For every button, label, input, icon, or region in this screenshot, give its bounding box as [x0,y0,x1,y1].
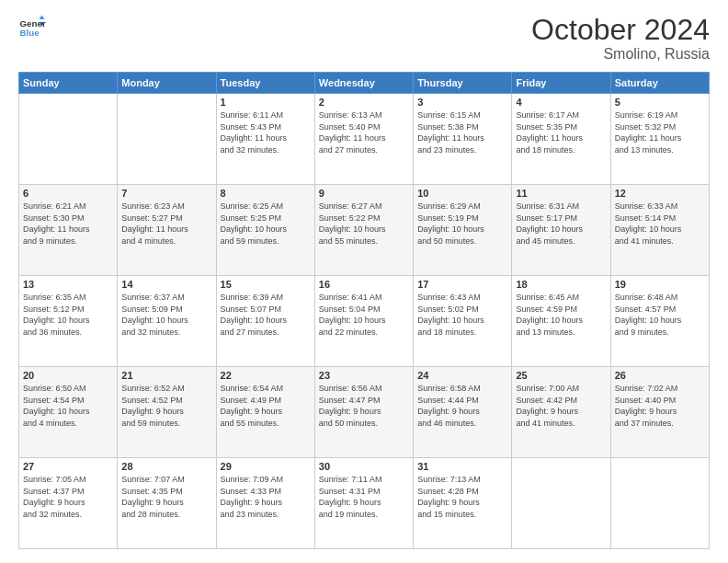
cell-w2-d4: 9Sunrise: 6:27 AM Sunset: 5:22 PM Daylig… [314,185,413,276]
logo-icon: General Blue [18,14,46,41]
cell-w1-d7: 5Sunrise: 6:19 AM Sunset: 5:32 PM Daylig… [610,94,709,185]
cell-w2-d7: 12Sunrise: 6:33 AM Sunset: 5:14 PM Dayli… [610,185,709,276]
cell-w4-d4: 23Sunrise: 6:56 AM Sunset: 4:47 PM Dayli… [314,367,413,458]
week-row-4: 20Sunrise: 6:50 AM Sunset: 4:54 PM Dayli… [19,367,710,458]
cell-info-8: Sunrise: 6:25 AM Sunset: 5:25 PM Dayligh… [221,201,311,247]
cell-w5-d2: 28Sunrise: 7:07 AM Sunset: 4:35 PM Dayli… [118,458,216,549]
week-row-1: 1Sunrise: 6:11 AM Sunset: 5:43 PM Daylig… [19,94,710,185]
cell-info-25: Sunrise: 7:00 AM Sunset: 4:42 PM Dayligh… [516,383,606,429]
cell-w5-d3: 29Sunrise: 7:09 AM Sunset: 4:33 PM Dayli… [216,458,314,549]
cell-w2-d3: 8Sunrise: 6:25 AM Sunset: 5:25 PM Daylig… [216,185,314,276]
cell-info-27: Sunrise: 7:05 AM Sunset: 4:37 PM Dayligh… [23,474,113,520]
day-number-14: 14 [121,279,211,290]
cell-info-1: Sunrise: 6:11 AM Sunset: 5:43 PM Dayligh… [221,109,311,155]
week-row-3: 13Sunrise: 6:35 AM Sunset: 5:12 PM Dayli… [19,276,710,367]
cell-info-15: Sunrise: 6:39 AM Sunset: 5:07 PM Dayligh… [221,292,311,338]
cell-info-4: Sunrise: 6:17 AM Sunset: 5:35 PM Dayligh… [516,109,606,155]
cell-info-22: Sunrise: 6:54 AM Sunset: 4:49 PM Dayligh… [221,383,311,429]
day-number-13: 13 [23,279,113,290]
cell-w3-d2: 14Sunrise: 6:37 AM Sunset: 5:09 PM Dayli… [118,276,216,367]
cell-w5-d4: 30Sunrise: 7:11 AM Sunset: 4:31 PM Dayli… [314,458,413,549]
cell-w1-d5: 3Sunrise: 6:15 AM Sunset: 5:38 PM Daylig… [414,94,512,185]
svg-text:Blue: Blue [20,28,40,38]
day-number-19: 19 [615,279,705,290]
cell-info-17: Sunrise: 6:43 AM Sunset: 5:02 PM Dayligh… [417,292,507,338]
title-block: October 2024 Smolino, Russia [531,14,710,63]
cell-info-29: Sunrise: 7:09 AM Sunset: 4:33 PM Dayligh… [221,474,311,520]
day-number-3: 3 [417,97,507,108]
header-row: Sunday Monday Tuesday Wednesday Thursday… [19,73,710,94]
day-number-2: 2 [319,97,409,108]
day-number-20: 20 [23,370,113,381]
cell-info-19: Sunrise: 6:48 AM Sunset: 4:57 PM Dayligh… [615,292,705,338]
cell-info-6: Sunrise: 6:21 AM Sunset: 5:30 PM Dayligh… [23,201,113,247]
col-sunday: Sunday [19,73,118,94]
cell-info-21: Sunrise: 6:52 AM Sunset: 4:52 PM Dayligh… [121,383,211,429]
location: Smolino, Russia [531,46,710,63]
cell-info-2: Sunrise: 6:13 AM Sunset: 5:40 PM Dayligh… [319,109,409,155]
cell-w3-d6: 18Sunrise: 6:45 AM Sunset: 4:59 PM Dayli… [512,276,610,367]
cell-info-14: Sunrise: 6:37 AM Sunset: 5:09 PM Dayligh… [121,292,211,338]
cell-w3-d5: 17Sunrise: 6:43 AM Sunset: 5:02 PM Dayli… [414,276,512,367]
day-number-21: 21 [121,370,211,381]
day-number-30: 30 [319,461,409,472]
cell-info-31: Sunrise: 7:13 AM Sunset: 4:28 PM Dayligh… [417,474,507,520]
day-number-22: 22 [221,370,311,381]
cell-w1-d6: 4Sunrise: 6:17 AM Sunset: 5:35 PM Daylig… [512,94,610,185]
cell-w2-d1: 6Sunrise: 6:21 AM Sunset: 5:30 PM Daylig… [19,185,118,276]
day-number-24: 24 [417,370,507,381]
day-number-31: 31 [417,461,507,472]
cell-w3-d4: 16Sunrise: 6:41 AM Sunset: 5:04 PM Dayli… [314,276,413,367]
day-number-17: 17 [417,279,507,290]
svg-marker-2 [40,16,45,20]
day-number-1: 1 [221,97,311,108]
day-number-23: 23 [319,370,409,381]
cell-w5-d6 [512,458,610,549]
day-number-4: 4 [516,97,606,108]
cell-info-9: Sunrise: 6:27 AM Sunset: 5:22 PM Dayligh… [319,201,409,247]
calendar-table: Sunday Monday Tuesday Wednesday Thursday… [18,72,710,549]
day-number-9: 9 [319,188,409,199]
cell-info-13: Sunrise: 6:35 AM Sunset: 5:12 PM Dayligh… [23,292,113,338]
cell-w4-d5: 24Sunrise: 6:58 AM Sunset: 4:44 PM Dayli… [414,367,512,458]
cell-info-11: Sunrise: 6:31 AM Sunset: 5:17 PM Dayligh… [516,201,606,247]
cell-w1-d4: 2Sunrise: 6:13 AM Sunset: 5:40 PM Daylig… [314,94,413,185]
cell-info-24: Sunrise: 6:58 AM Sunset: 4:44 PM Dayligh… [417,383,507,429]
cell-w5-d1: 27Sunrise: 7:05 AM Sunset: 4:37 PM Dayli… [19,458,118,549]
cell-info-7: Sunrise: 6:23 AM Sunset: 5:27 PM Dayligh… [121,201,211,247]
cell-w1-d1 [19,94,118,185]
cell-info-16: Sunrise: 6:41 AM Sunset: 5:04 PM Dayligh… [319,292,409,338]
cell-w5-d5: 31Sunrise: 7:13 AM Sunset: 4:28 PM Dayli… [414,458,512,549]
day-number-6: 6 [23,188,113,199]
cell-w2-d5: 10Sunrise: 6:29 AM Sunset: 5:19 PM Dayli… [414,185,512,276]
cell-w4-d6: 25Sunrise: 7:00 AM Sunset: 4:42 PM Dayli… [512,367,610,458]
cell-info-18: Sunrise: 6:45 AM Sunset: 4:59 PM Dayligh… [516,292,606,338]
cell-w2-d6: 11Sunrise: 6:31 AM Sunset: 5:17 PM Dayli… [512,185,610,276]
day-number-28: 28 [121,461,211,472]
cell-w4-d1: 20Sunrise: 6:50 AM Sunset: 4:54 PM Dayli… [19,367,118,458]
col-friday: Friday [512,73,610,94]
day-number-11: 11 [516,188,606,199]
cell-info-23: Sunrise: 6:56 AM Sunset: 4:47 PM Dayligh… [319,383,409,429]
day-number-12: 12 [615,188,705,199]
cell-info-28: Sunrise: 7:07 AM Sunset: 4:35 PM Dayligh… [121,474,211,520]
month-title: October 2024 [531,14,710,46]
day-number-29: 29 [221,461,311,472]
col-wednesday: Wednesday [314,73,413,94]
cell-w2-d2: 7Sunrise: 6:23 AM Sunset: 5:27 PM Daylig… [118,185,216,276]
day-number-18: 18 [516,279,606,290]
page: General Blue October 2024 Smolino, Russi… [0,0,728,563]
day-number-25: 25 [516,370,606,381]
col-tuesday: Tuesday [216,73,314,94]
cell-info-12: Sunrise: 6:33 AM Sunset: 5:14 PM Dayligh… [615,201,705,247]
header: General Blue October 2024 Smolino, Russi… [18,14,710,63]
cell-w4-d7: 26Sunrise: 7:02 AM Sunset: 4:40 PM Dayli… [610,367,709,458]
day-number-10: 10 [417,188,507,199]
cell-w5-d7 [610,458,709,549]
cell-w1-d3: 1Sunrise: 6:11 AM Sunset: 5:43 PM Daylig… [216,94,314,185]
cell-w3-d7: 19Sunrise: 6:48 AM Sunset: 4:57 PM Dayli… [610,276,709,367]
day-number-16: 16 [319,279,409,290]
week-row-2: 6Sunrise: 6:21 AM Sunset: 5:30 PM Daylig… [19,185,710,276]
cell-w4-d3: 22Sunrise: 6:54 AM Sunset: 4:49 PM Dayli… [216,367,314,458]
cell-info-20: Sunrise: 6:50 AM Sunset: 4:54 PM Dayligh… [23,383,113,429]
